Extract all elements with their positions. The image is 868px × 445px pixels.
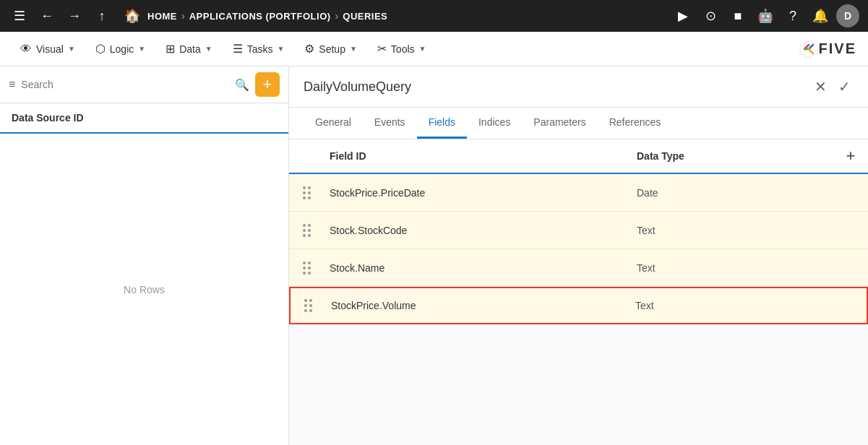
- menu-logic-label: Logic: [110, 43, 134, 55]
- home-icon: 🏠: [121, 5, 143, 27]
- tasks-chevron: ▼: [277, 45, 284, 53]
- th-field-id: Field ID: [324, 150, 631, 162]
- data-type-cell: Text: [631, 225, 833, 236]
- query-title: DailyVolumeQuery: [304, 79, 812, 95]
- left-panel-header: Data Source ID: [0, 103, 288, 134]
- left-panel: ≡ 🔍 + Data Source ID No Rows: [0, 66, 289, 445]
- tools-icon: ✂: [377, 42, 387, 56]
- table-row[interactable]: Stock.Name Text: [289, 249, 868, 287]
- tabs: General Events Fields Indices Parameters…: [289, 108, 868, 139]
- drag-dots-icon: [304, 299, 312, 312]
- tools-chevron: ▼: [419, 45, 426, 53]
- tab-parameters[interactable]: Parameters: [522, 108, 597, 139]
- visual-icon: 👁: [20, 43, 32, 56]
- bell-icon[interactable]: 🔔: [809, 4, 832, 27]
- search-input[interactable]: [21, 79, 229, 90]
- breadcrumb-apps[interactable]: APPLICATIONS (PORTFOLIO): [189, 11, 331, 22]
- menu-logic[interactable]: ⬡ Logic ▼: [87, 38, 154, 60]
- robot-icon[interactable]: 🤖: [754, 4, 777, 27]
- tasks-icon: ☰: [233, 42, 243, 56]
- setup-icon: ⚙: [304, 42, 314, 56]
- five-logo: FIVE: [799, 39, 856, 59]
- visual-chevron: ▼: [68, 45, 75, 53]
- five-logo-icon: [799, 39, 819, 59]
- th-data-type: Data Type: [631, 150, 833, 162]
- search-bar: ≡ 🔍 +: [0, 66, 288, 103]
- tab-events[interactable]: Events: [363, 108, 417, 139]
- menu-bar: 👁 Visual ▼ ⬡ Logic ▼ ⊞ Data ▼ ☰ Tasks ▼ …: [0, 32, 868, 66]
- add-button[interactable]: +: [255, 72, 280, 97]
- th-action: +: [833, 147, 868, 165]
- main-content: ≡ 🔍 + Data Source ID No Rows DailyVolume…: [0, 66, 868, 445]
- menu-visual-label: Visual: [36, 43, 64, 55]
- tab-fields[interactable]: Fields: [417, 108, 467, 139]
- data-type-cell: Text: [631, 262, 833, 274]
- menu-setup[interactable]: ⚙ Setup ▼: [296, 38, 366, 60]
- menu-setup-label: Setup: [319, 43, 345, 55]
- table-area: Field ID Data Type + StockPrice.PriceDat…: [289, 139, 868, 445]
- drag-handle[interactable]: [289, 262, 324, 275]
- left-panel-title: Data Source ID: [12, 112, 84, 124]
- table-row-selected[interactable]: StockPrice.Volume Text: [289, 287, 868, 324]
- filter-icon: ≡: [9, 78, 15, 91]
- hamburger-icon[interactable]: ☰: [9, 5, 30, 27]
- field-id-cell: StockPrice.Volume: [325, 300, 629, 311]
- data-chevron: ▼: [205, 45, 212, 53]
- search-icon[interactable]: 🔍: [235, 78, 249, 92]
- back-icon[interactable]: ←: [36, 5, 58, 27]
- drag-dots-icon: [303, 262, 311, 275]
- stop-icon[interactable]: ■: [726, 4, 749, 27]
- forward-icon[interactable]: →: [64, 5, 85, 27]
- no-rows-message: No Rows: [0, 134, 288, 445]
- logic-chevron: ▼: [138, 45, 145, 53]
- right-panel-header: DailyVolumeQuery ✕ ✓: [289, 66, 868, 108]
- logic-icon: ⬡: [95, 42, 106, 56]
- breadcrumb-queries[interactable]: QUERIES: [343, 11, 387, 22]
- close-button[interactable]: ✕: [812, 75, 830, 98]
- five-logo-text: FIVE: [819, 40, 856, 57]
- top-nav: ☰ ← → ↑ 🏠 HOME › APPLICATIONS (PORTFOLIO…: [0, 0, 868, 32]
- right-panel: DailyVolumeQuery ✕ ✓ General Events Fiel…: [289, 66, 868, 445]
- drag-handle[interactable]: [291, 299, 325, 312]
- tab-general[interactable]: General: [304, 108, 363, 139]
- breadcrumb: 🏠 HOME › APPLICATIONS (PORTFOLIO) › QUER…: [121, 5, 387, 27]
- svg-line-4: [809, 49, 813, 53]
- search-nav-icon[interactable]: ⊙: [699, 4, 722, 27]
- drag-dots-icon: [303, 186, 311, 199]
- tab-references[interactable]: References: [598, 108, 673, 139]
- header-actions: ✕ ✓: [812, 75, 854, 98]
- field-id-cell: StockPrice.PriceDate: [324, 187, 631, 199]
- add-row-button[interactable]: +: [846, 147, 856, 165]
- menu-tools[interactable]: ✂ Tools ▼: [369, 38, 435, 60]
- avatar[interactable]: D: [836, 4, 859, 27]
- drag-handle[interactable]: [289, 186, 324, 199]
- field-id-cell: Stock.Name: [324, 262, 631, 274]
- svg-line-3: [809, 45, 813, 49]
- nav-right: ▶ ⊙ ■ 🤖 ? 🔔 D: [671, 4, 859, 27]
- data-type-cell: Text: [629, 300, 832, 311]
- confirm-button[interactable]: ✓: [835, 75, 854, 98]
- data-type-cell: Date: [631, 187, 833, 199]
- data-icon: ⊞: [166, 42, 175, 56]
- setup-chevron: ▼: [350, 45, 357, 53]
- breadcrumb-home[interactable]: HOME: [147, 11, 177, 22]
- up-icon[interactable]: ↑: [91, 5, 113, 27]
- table-row[interactable]: Stock.StockCode Text: [289, 212, 868, 249]
- play-icon[interactable]: ▶: [671, 4, 695, 27]
- menu-visual[interactable]: 👁 Visual ▼: [12, 38, 84, 60]
- table-row[interactable]: StockPrice.PriceDate Date: [289, 174, 868, 212]
- help-icon[interactable]: ?: [781, 4, 804, 27]
- menu-tasks[interactable]: ☰ Tasks ▼: [224, 38, 293, 60]
- drag-dots-icon: [303, 224, 311, 237]
- menu-tools-label: Tools: [391, 43, 415, 55]
- tab-indices[interactable]: Indices: [467, 108, 522, 139]
- field-id-cell: Stock.StockCode: [324, 225, 631, 236]
- menu-data[interactable]: ⊞ Data ▼: [157, 38, 220, 60]
- table-header: Field ID Data Type +: [289, 139, 868, 174]
- drag-handle[interactable]: [289, 224, 324, 237]
- menu-tasks-label: Tasks: [247, 43, 273, 55]
- menu-data-label: Data: [179, 43, 201, 55]
